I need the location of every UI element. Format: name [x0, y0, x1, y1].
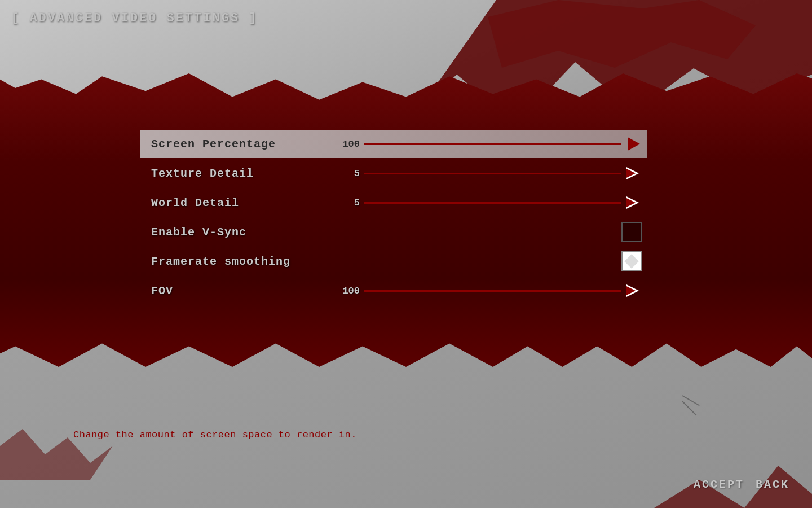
vsync-checkbox[interactable] — [621, 222, 642, 242]
setting-row-framerate[interactable]: Framerate smoothing — [140, 247, 647, 275]
slider-screen-percentage[interactable] — [364, 137, 642, 151]
setting-label-world-detail: World Detail — [151, 196, 332, 209]
bottom-buttons: ACCEPT BACK — [694, 478, 789, 491]
slider-fov[interactable] — [364, 284, 642, 297]
setting-value-screen-percentage: 100 — [332, 139, 360, 150]
setting-row-texture-detail[interactable]: Texture Detail 5 — [140, 159, 647, 187]
setting-value-texture-detail: 5 — [332, 168, 360, 179]
slider-fill-fov — [364, 290, 621, 292]
back-button[interactable]: BACK — [756, 478, 789, 491]
slider-track-world — [364, 202, 621, 204]
slider-world-detail[interactable] — [364, 196, 642, 209]
slider-fill-texture — [364, 173, 621, 174]
arrow-right-outline-icon-texture — [626, 167, 641, 179]
slider-arrow — [626, 137, 642, 151]
setting-row-screen-percentage[interactable]: Screen Percentage 100 — [140, 130, 647, 158]
checkbox-on-icon — [621, 251, 642, 271]
setting-label-screen-percentage: Screen Percentage — [151, 138, 332, 151]
setting-label-fov: FOV — [151, 284, 332, 297]
cursor-decoration — [682, 389, 699, 412]
arrow-right-filled-icon — [628, 137, 640, 151]
page-title: [ ADVANCED VIDEO SETTINGS ] — [11, 11, 258, 25]
diamond-icon — [624, 254, 638, 268]
setting-row-fov[interactable]: FOV 100 — [140, 277, 647, 305]
slider-arrow-texture — [626, 167, 642, 180]
arrow-right-outline-icon-world — [626, 196, 641, 209]
slider-arrow-fov — [626, 284, 642, 297]
framerate-checkbox[interactable] — [621, 251, 642, 271]
setting-label-texture-detail: Texture Detail — [151, 167, 332, 180]
slider-track-fov — [364, 290, 621, 292]
slider-track-texture — [364, 173, 621, 174]
setting-label-vsync: Enable V-Sync — [151, 226, 332, 239]
slider-arrow-world — [626, 196, 642, 209]
setting-row-vsync[interactable]: Enable V-Sync — [140, 218, 647, 246]
slider-track — [364, 143, 621, 145]
slider-texture-detail[interactable] — [364, 167, 642, 180]
arrow-right-outline-icon-fov — [626, 284, 641, 297]
setting-value-fov: 100 — [332, 286, 360, 296]
accept-button[interactable]: ACCEPT — [694, 478, 744, 491]
description-text: Change the amount of screen space to ren… — [73, 430, 357, 440]
settings-panel: Screen Percentage 100 Texture Detail 5 W… — [140, 130, 647, 306]
checkbox-off-icon — [621, 222, 642, 242]
setting-value-world-detail: 5 — [332, 198, 360, 208]
slider-fill-world — [364, 202, 621, 204]
setting-row-world-detail[interactable]: World Detail 5 — [140, 189, 647, 217]
setting-label-framerate: Framerate smoothing — [151, 255, 332, 268]
slider-fill — [364, 143, 621, 145]
